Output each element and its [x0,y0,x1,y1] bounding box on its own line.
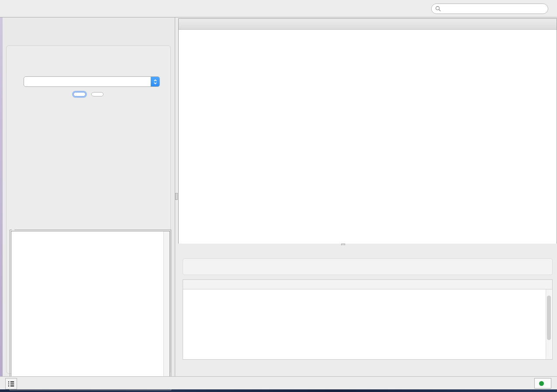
node-table [183,279,553,360]
criterion-select[interactable] [24,76,160,87]
run-mcds-button[interactable] [73,92,86,96]
mcds-buttons [7,92,170,96]
status-bar [0,376,557,389]
table-scrollbar-thumb[interactable] [547,296,551,340]
list-icon [7,381,15,387]
window-minimize-icon[interactable] [191,21,197,27]
window-close-icon[interactable] [183,21,188,27]
network-window-titlebar[interactable] [179,19,557,30]
search-icon [435,6,441,12]
mcds-list-scrollbar[interactable] [163,231,170,389]
vertical-splitter-grip[interactable] [175,193,178,200]
table-toolbar [183,258,553,275]
network-window [178,18,557,244]
window-zoom-icon[interactable] [200,21,205,27]
table-panel [178,245,557,375]
control-panel [3,17,175,376]
network-view[interactable] [179,30,557,244]
memory-status-icon [539,381,544,386]
mcds-result-list[interactable] [11,231,170,389]
task-history-button[interactable] [5,378,17,389]
control-panel-header [3,17,175,29]
main-toolbar [0,0,557,17]
memory-button[interactable] [534,378,551,389]
table-panel-header [178,245,557,257]
close-panel-button[interactable] [91,92,104,96]
table-scrollbar[interactable] [546,289,552,359]
mcds-result-group [10,230,171,390]
search-input[interactable] [443,5,544,12]
mcds-panel [6,45,171,374]
table-header-row [183,280,552,289]
search-box[interactable] [431,3,548,14]
select-stepper-icon [151,77,159,86]
